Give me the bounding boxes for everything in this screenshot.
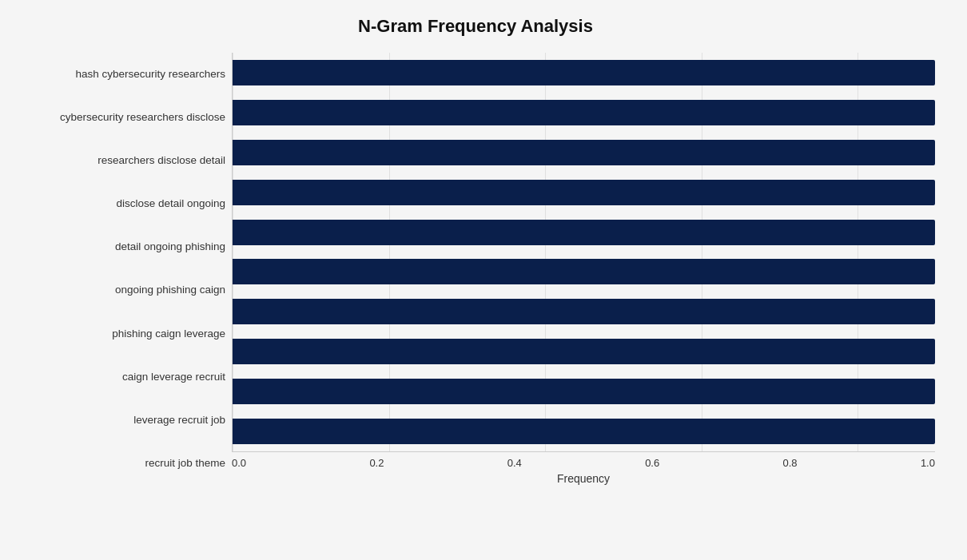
bar [233, 299, 935, 324]
y-label: hash cybersecurity researchers [16, 68, 225, 81]
bar-row [233, 336, 935, 367]
y-label: caign leverage recruit [16, 371, 225, 383]
bar [233, 100, 935, 125]
chart-title: N-Gram Frequency Analysis [16, 16, 935, 37]
bar [233, 60, 935, 85]
bar-row [233, 216, 935, 248]
bar-row [233, 57, 935, 89]
x-tick: 0.0 [232, 457, 246, 469]
y-label: researchers disclose detail [16, 154, 225, 167]
x-axis: 0.00.20.40.60.81.0 [232, 452, 935, 469]
bar-row [233, 296, 935, 328]
bar-row [233, 177, 935, 209]
y-label: ongoing phishing caign [16, 284, 225, 296]
x-tick: 0.2 [369, 457, 384, 469]
bar [233, 140, 935, 165]
bar [233, 339, 935, 364]
chart-container: N-Gram Frequency Analysis hash cybersecu… [0, 0, 967, 560]
x-tick: 0.8 [783, 457, 798, 469]
bar-row [233, 137, 935, 169]
bar-row [233, 97, 935, 129]
y-axis-labels: hash cybersecurity researcherscybersecur… [16, 53, 232, 485]
chart-area: hash cybersecurity researcherscybersecur… [16, 53, 935, 485]
bar [233, 379, 935, 404]
bar [233, 419, 935, 444]
bars-wrapper [232, 53, 935, 452]
y-label: phishing caign leverage [16, 328, 225, 340]
bar [233, 259, 935, 284]
bar-row [233, 375, 935, 407]
y-label: detail ongoing phishing [16, 240, 225, 253]
bar [233, 180, 935, 205]
x-tick: 1.0 [921, 457, 935, 469]
y-label: disclose detail ongoing [16, 197, 225, 210]
y-label: cybersecurity researchers disclose [16, 111, 225, 124]
bar-row [233, 415, 935, 447]
x-tick: 0.6 [645, 457, 659, 469]
bars-and-x-area: 0.00.20.40.60.81.0 Frequency [232, 53, 935, 485]
y-label: recruit job theme [16, 457, 225, 470]
bar-row [233, 256, 935, 288]
x-axis-label: Frequency [232, 472, 935, 485]
y-label: leverage recruit job [16, 414, 225, 427]
bar [233, 220, 935, 245]
x-tick: 0.4 [507, 457, 522, 469]
